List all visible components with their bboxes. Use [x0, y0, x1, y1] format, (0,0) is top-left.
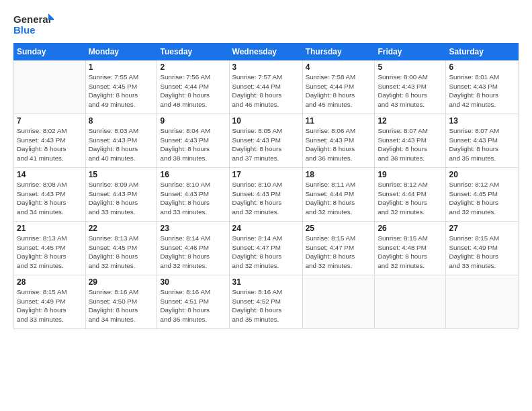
calendar-week-row: 1Sunrise: 7:55 AMSunset: 4:45 PMDaylight…	[14, 60, 519, 114]
calendar-cell: 24Sunrise: 8:14 AMSunset: 4:47 PMDayligh…	[229, 222, 302, 275]
day-detail: Sunrise: 8:00 AMSunset: 4:43 PMDaylight:…	[378, 73, 443, 109]
day-detail: Sunrise: 8:15 AMSunset: 4:47 PMDaylight:…	[306, 234, 372, 271]
calendar-cell: 19Sunrise: 8:12 AMSunset: 4:44 PMDayligh…	[375, 168, 446, 222]
calendar-cell: 3Sunrise: 7:57 AMSunset: 4:44 PMDaylight…	[229, 60, 302, 114]
day-number: 30	[160, 277, 226, 287]
calendar-cell: 12Sunrise: 8:07 AMSunset: 4:43 PMDayligh…	[375, 114, 446, 168]
calendar-cell: 21Sunrise: 8:13 AMSunset: 4:45 PMDayligh…	[14, 222, 86, 275]
day-number: 15	[89, 170, 154, 179]
day-number: 17	[232, 170, 300, 179]
day-number: 24	[232, 224, 300, 233]
calendar-cell: 14Sunrise: 8:08 AMSunset: 4:43 PMDayligh…	[14, 168, 86, 222]
day-number: 11	[306, 116, 372, 126]
weekday-header-monday: Monday	[85, 44, 157, 60]
day-detail: Sunrise: 8:09 AMSunset: 4:43 PMDaylight:…	[89, 180, 154, 217]
day-detail: Sunrise: 8:05 AMSunset: 4:43 PMDaylight:…	[232, 126, 300, 163]
weekday-header-wednesday: Wednesday	[229, 44, 302, 60]
day-detail: Sunrise: 8:07 AMSunset: 4:43 PMDaylight:…	[378, 126, 443, 163]
day-number: 3	[232, 62, 300, 72]
calendar-cell: 2Sunrise: 7:56 AMSunset: 4:44 PMDaylight…	[157, 60, 229, 114]
weekday-header-friday: Friday	[375, 44, 446, 60]
day-detail: Sunrise: 7:56 AMSunset: 4:44 PMDaylight:…	[160, 73, 226, 109]
calendar-week-row: 28Sunrise: 8:15 AMSunset: 4:49 PMDayligh…	[14, 275, 519, 329]
calendar-cell	[14, 60, 86, 114]
calendar-cell: 10Sunrise: 8:05 AMSunset: 4:43 PMDayligh…	[229, 114, 302, 168]
day-number: 25	[306, 224, 372, 233]
day-detail: Sunrise: 8:10 AMSunset: 4:43 PMDaylight:…	[160, 180, 226, 217]
day-number: 20	[449, 170, 515, 179]
calendar-cell: 6Sunrise: 8:01 AMSunset: 4:43 PMDaylight…	[446, 60, 519, 114]
calendar-cell	[446, 275, 519, 329]
calendar-cell: 13Sunrise: 8:07 AMSunset: 4:43 PMDayligh…	[446, 114, 519, 168]
calendar-cell	[302, 275, 375, 329]
day-detail: Sunrise: 8:14 AMSunset: 4:47 PMDaylight:…	[232, 234, 300, 271]
day-detail: Sunrise: 8:08 AMSunset: 4:43 PMDaylight:…	[17, 180, 83, 217]
weekday-header-thursday: Thursday	[302, 44, 375, 60]
calendar-table: SundayMondayTuesdayWednesdayThursdayFrid…	[13, 43, 519, 329]
calendar-week-row: 14Sunrise: 8:08 AMSunset: 4:43 PMDayligh…	[14, 168, 519, 222]
day-number: 12	[378, 116, 443, 126]
day-number: 7	[17, 116, 83, 126]
calendar-week-row: 7Sunrise: 8:02 AMSunset: 4:43 PMDaylight…	[14, 114, 519, 168]
day-detail: Sunrise: 8:02 AMSunset: 4:43 PMDaylight:…	[17, 126, 83, 163]
day-detail: Sunrise: 8:11 AMSunset: 4:44 PMDaylight:…	[306, 180, 372, 217]
day-detail: Sunrise: 7:57 AMSunset: 4:44 PMDaylight:…	[232, 73, 300, 109]
calendar-cell: 9Sunrise: 8:04 AMSunset: 4:43 PMDaylight…	[157, 114, 229, 168]
day-detail: Sunrise: 7:55 AMSunset: 4:45 PMDaylight:…	[89, 73, 154, 109]
calendar-cell: 17Sunrise: 8:10 AMSunset: 4:43 PMDayligh…	[229, 168, 302, 222]
day-detail: Sunrise: 8:12 AMSunset: 4:45 PMDaylight:…	[449, 180, 515, 217]
day-detail: Sunrise: 8:10 AMSunset: 4:43 PMDaylight:…	[232, 180, 300, 217]
day-number: 16	[160, 170, 226, 179]
calendar-cell: 28Sunrise: 8:15 AMSunset: 4:49 PMDayligh…	[14, 275, 86, 329]
day-number: 27	[449, 224, 515, 233]
weekday-header-sunday: Sunday	[14, 44, 86, 60]
svg-text:General: General	[13, 13, 51, 25]
calendar-week-row: 21Sunrise: 8:13 AMSunset: 4:45 PMDayligh…	[14, 222, 519, 275]
day-number: 29	[89, 277, 154, 287]
calendar-cell: 22Sunrise: 8:13 AMSunset: 4:45 PMDayligh…	[85, 222, 157, 275]
day-detail: Sunrise: 8:14 AMSunset: 4:46 PMDaylight:…	[160, 234, 226, 271]
day-detail: Sunrise: 8:15 AMSunset: 4:49 PMDaylight:…	[17, 287, 83, 324]
calendar-cell: 15Sunrise: 8:09 AMSunset: 4:43 PMDayligh…	[85, 168, 157, 222]
calendar-cell: 20Sunrise: 8:12 AMSunset: 4:45 PMDayligh…	[446, 168, 519, 222]
calendar-cell: 4Sunrise: 7:58 AMSunset: 4:44 PMDaylight…	[302, 60, 375, 114]
calendar-cell: 5Sunrise: 8:00 AMSunset: 4:43 PMDaylight…	[375, 60, 446, 114]
calendar-body: 1Sunrise: 7:55 AMSunset: 4:45 PMDaylight…	[14, 60, 519, 329]
svg-marker-2	[48, 13, 54, 20]
calendar-cell: 1Sunrise: 7:55 AMSunset: 4:45 PMDaylight…	[85, 60, 157, 114]
weekday-header-saturday: Saturday	[446, 44, 519, 60]
calendar-cell: 8Sunrise: 8:03 AMSunset: 4:43 PMDaylight…	[85, 114, 157, 168]
calendar-cell: 25Sunrise: 8:15 AMSunset: 4:47 PMDayligh…	[302, 222, 375, 275]
day-detail: Sunrise: 8:16 AMSunset: 4:52 PMDaylight:…	[232, 287, 300, 324]
calendar-cell: 30Sunrise: 8:16 AMSunset: 4:51 PMDayligh…	[157, 275, 229, 329]
day-number: 13	[449, 116, 515, 126]
day-number: 28	[17, 277, 83, 287]
weekday-header-tuesday: Tuesday	[157, 44, 229, 60]
day-detail: Sunrise: 8:16 AMSunset: 4:50 PMDaylight:…	[89, 287, 154, 324]
day-detail: Sunrise: 8:15 AMSunset: 4:48 PMDaylight:…	[378, 234, 443, 271]
calendar-cell: 31Sunrise: 8:16 AMSunset: 4:52 PMDayligh…	[229, 275, 302, 329]
header: General Blue	[13, 12, 519, 36]
day-number: 5	[378, 62, 443, 72]
day-detail: Sunrise: 8:07 AMSunset: 4:43 PMDaylight:…	[449, 126, 515, 163]
day-number: 18	[306, 170, 372, 179]
day-detail: Sunrise: 8:13 AMSunset: 4:45 PMDaylight:…	[89, 234, 154, 271]
day-number: 23	[160, 224, 226, 233]
calendar-header-row: SundayMondayTuesdayWednesdayThursdayFrid…	[14, 44, 519, 60]
day-detail: Sunrise: 8:06 AMSunset: 4:43 PMDaylight:…	[306, 126, 372, 163]
page: General Blue SundayMondayTuesdayWednesda…	[0, 0, 532, 411]
calendar-cell	[375, 275, 446, 329]
day-detail: Sunrise: 8:12 AMSunset: 4:44 PMDaylight:…	[378, 180, 443, 217]
day-number: 10	[232, 116, 300, 126]
calendar-cell: 11Sunrise: 8:06 AMSunset: 4:43 PMDayligh…	[302, 114, 375, 168]
day-detail: Sunrise: 7:58 AMSunset: 4:44 PMDaylight:…	[306, 73, 372, 109]
svg-text:Blue: Blue	[13, 24, 36, 36]
logo-svg: General Blue	[13, 12, 54, 36]
day-number: 14	[17, 170, 83, 179]
calendar-cell: 7Sunrise: 8:02 AMSunset: 4:43 PMDaylight…	[14, 114, 86, 168]
day-number: 21	[17, 224, 83, 233]
calendar-cell: 29Sunrise: 8:16 AMSunset: 4:50 PMDayligh…	[85, 275, 157, 329]
logo: General Blue	[13, 12, 54, 36]
day-number: 26	[378, 224, 443, 233]
day-number: 8	[89, 116, 154, 126]
